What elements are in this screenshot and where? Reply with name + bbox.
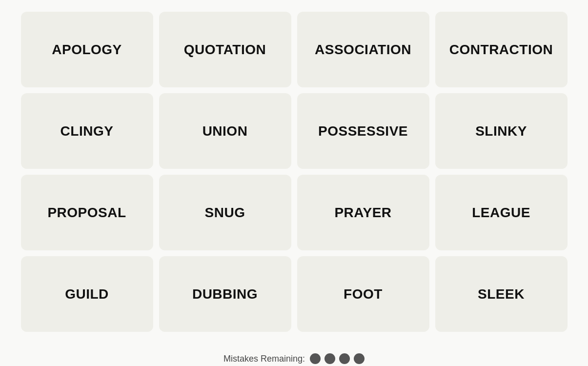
- grid-cell-league[interactable]: LEAGUE: [435, 175, 568, 250]
- cell-label-dubbing: DUBBING: [192, 286, 258, 302]
- cell-label-guild: GUILD: [65, 286, 109, 302]
- grid-cell-snug[interactable]: SNUG: [159, 175, 291, 250]
- cell-label-union: UNION: [203, 123, 248, 139]
- mistake-dot-1: [310, 353, 321, 364]
- grid-cell-clingy[interactable]: CLINGY: [21, 93, 153, 169]
- cell-label-clingy: CLINGY: [61, 123, 114, 139]
- grid-cell-apology[interactable]: APOLOGY: [21, 12, 153, 87]
- mistake-dot-2: [324, 353, 335, 364]
- mistakes-label: Mistakes Remaining:: [223, 354, 305, 364]
- cell-label-sleek: SLEEK: [478, 286, 525, 302]
- grid-cell-proposal[interactable]: PROPOSAL: [21, 175, 153, 250]
- mistake-dot-3: [339, 353, 350, 364]
- cell-label-league: LEAGUE: [472, 205, 530, 221]
- grid-cell-foot[interactable]: FOOT: [297, 256, 429, 332]
- grid-cell-prayer[interactable]: PRAYER: [297, 175, 429, 250]
- cell-label-slinky: SLINKY: [475, 123, 527, 139]
- cell-label-apology: APOLOGY: [52, 42, 122, 58]
- grid-cell-possessive[interactable]: POSSESSIVE: [297, 93, 429, 169]
- grid-cell-contraction[interactable]: CONTRACTION: [435, 12, 568, 87]
- cell-label-contraction: CONTRACTION: [449, 42, 553, 58]
- cell-label-possessive: POSSESSIVE: [318, 123, 408, 139]
- grid-cell-association[interactable]: ASSOCIATION: [297, 12, 429, 87]
- grid-cell-slinky[interactable]: SLINKY: [435, 93, 568, 169]
- cell-label-quotation: QUOTATION: [184, 42, 266, 58]
- mistakes-row: Mistakes Remaining:: [223, 353, 365, 364]
- game-grid: APOLOGYQUOTATIONASSOCIATIONCONTRACTIONCL…: [11, 2, 577, 342]
- grid-cell-quotation[interactable]: QUOTATION: [159, 12, 291, 87]
- grid-cell-union[interactable]: UNION: [159, 93, 291, 169]
- cell-label-prayer: PRAYER: [334, 205, 391, 221]
- grid-cell-sleek[interactable]: SLEEK: [435, 256, 568, 332]
- cell-label-proposal: PROPOSAL: [47, 205, 126, 221]
- mistake-dot-4: [354, 353, 365, 364]
- cell-label-snug: SNUG: [205, 205, 245, 221]
- cell-label-foot: FOOT: [344, 286, 383, 302]
- grid-cell-guild[interactable]: GUILD: [21, 256, 153, 332]
- dots-container: [310, 353, 365, 364]
- cell-label-association: ASSOCIATION: [315, 42, 411, 58]
- grid-cell-dubbing[interactable]: DUBBING: [159, 256, 291, 332]
